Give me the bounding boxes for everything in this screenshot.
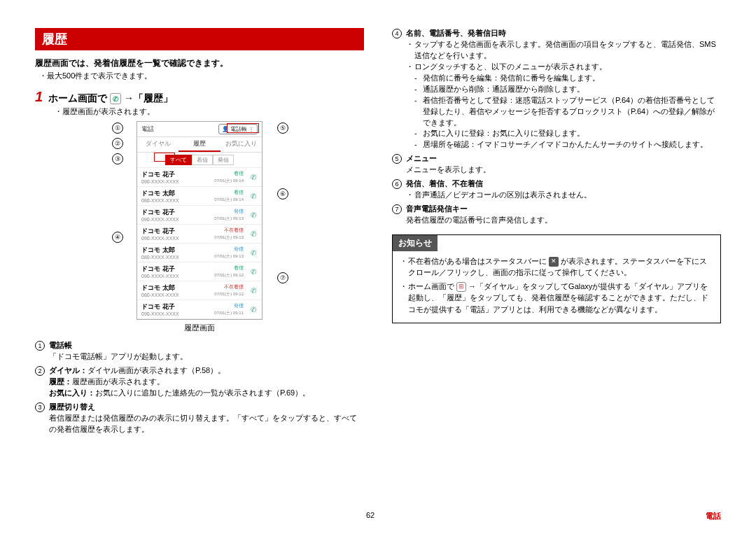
description-item: 1 電話帳「ドコモ電話帳」アプリが起動します。 [35,340,364,363]
call-time: 07/01(土) 09:13 [214,216,244,222]
desc-number: 7 [392,204,402,214]
callout-6: ⑥ [277,188,288,199]
history-row[interactable]: ドコモ 太郎 080-XXXX-XXXX 着信 07/01(土) 09:14 ✆ [137,187,262,206]
desc-number: 3 [35,402,45,412]
desc-body: ダイヤル：ダイヤル画面が表示されます（P.58）。履歴：履歴画面が表示されます。… [49,365,364,399]
page-columns: 履歴 履歴画面では、発着信履歴を一覧で確認できます。 ・最大500件まで表示でき… [35,28,721,438]
call-time: 07/01(土) 09:11 [214,310,244,316]
right-column: 4 名前、電話番号、発着信日時タップすると発信画面を表示します。発信画面の項目を… [392,28,721,438]
call-button[interactable]: ✆ [248,286,258,295]
history-row[interactable]: ドコモ 花子 090-XXXX-XXXX 着信 07/01(土) 09:12 ✆ [137,262,262,281]
desc-number: 4 [392,29,402,38]
description-item: 2 ダイヤル：ダイヤル画面が表示されます（P.58）。履歴：履歴画面が表示されま… [35,365,364,399]
footer-section: 電話 [706,511,721,521]
desc-body: 名前、電話番号、発着信日時タップすると発信画面を表示します。発信画面の項目をタッ… [406,28,721,150]
step-suffix: →「履歴」 [124,92,173,104]
notice-item: ホーム画面で ⊞ →「ダイヤル」をタップしてGalaxyが提供する「ダイヤル」ア… [400,281,713,316]
description-item: 6 発信、着信、不在着信音声通話／ビデオコールの区別は表示されません。 [392,178,721,201]
desc-body: メニューメニューを表示します。 [406,153,721,176]
step-1: 1 ホーム画面で ✆ →「履歴」 [35,90,364,105]
filter-all[interactable]: すべて [165,155,192,165]
call-type-tag: 不在着信 [224,283,244,290]
phone-header-title: 電話 [141,125,154,134]
callout-2: ② [112,138,123,149]
phone-caption: 履歴画面 [35,323,364,333]
history-row[interactable]: ドコモ 太郎 080-XXXX-XXXX 発信 07/01(土) 09:13 ✆ [137,244,262,262]
desc-body: 電話帳「ドコモ電話帳」アプリが起動します。 [49,340,364,363]
page-footer: 62 電話 [0,511,756,521]
notice-list: 不在着信がある場合はステータスバーに ✕ が表示されます。ステータスバーを下にス… [393,251,720,323]
description-item: 7 音声電話発信キー発着信履歴の電話番号に音声発信します。 [392,204,721,226]
tab-history[interactable]: 履歴 [178,137,220,152]
history-row[interactable]: ドコモ 太郎 080-XXXX-XXXX 不在着信 07/01(土) 09:12… [137,281,262,300]
description-item: 5 メニューメニューを表示します。 [392,153,721,176]
left-column: 履歴 履歴画面では、発着信履歴を一覧で確認できます。 ・最大500件まで表示でき… [35,28,364,438]
page-number: 62 [366,511,374,521]
call-type-tag: 着信 [234,170,244,177]
desc-body: 発信、着信、不在着信音声通話／ビデオコールの区別は表示されません。 [406,178,721,201]
call-time: 07/01(土) 09:13 [214,253,244,260]
step-sub-text: 履歴画面が表示されます。 [62,107,155,115]
phone-contacts-button[interactable]: 👤電話帳 ⋮ [218,124,258,134]
notice-box: お知らせ 不在着信がある場合はステータスバーに ✕ が表示されます。ステータスバ… [392,234,721,324]
phone-app-icon: ✆ [110,93,121,104]
call-button[interactable]: ✆ [248,191,258,201]
contacts-icon: 👤 [222,126,229,132]
description-item: 3 履歴切り替え着信履歴または発信履歴のみの表示に切り替えます。「すべて」をタッ… [35,402,364,435]
history-row[interactable]: ドコモ 花子 090-XXXX-XXXX 着信 07/01(土) 09:14 ✆ [137,168,262,187]
filter-incoming[interactable]: 着信 [192,155,213,165]
phone-header: 電話 👤電話帳 ⋮ [137,122,262,136]
filter-outgoing[interactable]: 発信 [213,155,234,165]
phone-screen: 電話 👤電話帳 ⋮ ダイヤル 履歴 お気に入り すべて 着信 発信 ドコモ 花子… [136,121,262,320]
call-button[interactable]: ✆ [248,229,258,239]
callout-1: ① [112,122,123,134]
call-time: 07/01(土) 09:14 [214,197,244,203]
callout-7: ⑦ [277,272,288,283]
history-row[interactable]: ドコモ 花子 090-XXXX-XXXX 発信 07/01(土) 09:13 ✆ [137,206,262,225]
call-type-tag: 着信 [234,189,244,196]
call-button[interactable]: ✆ [248,267,258,276]
tab-favorites[interactable]: お気に入り [220,137,262,152]
callout-3: ③ [112,153,123,164]
call-time: 07/01(土) 09:13 [214,234,244,241]
call-button[interactable]: ✆ [248,304,258,314]
call-button[interactable]: ✆ [248,172,258,182]
missed-call-icon: ✕ [549,257,559,267]
call-time: 07/01(土) 09:12 [214,272,244,279]
phone-mockup-wrap: ① ② ③ ④ ⑤ ⑥ ⑦ 電話 👤電話帳 ⋮ ダイヤル 履歴 お気に入り [35,121,364,320]
intro-headline: 履歴画面では、発着信履歴を一覧で確認できます。 [35,57,364,69]
desc-number: 2 [35,366,45,376]
phone-contacts-label: 電話帳 [230,125,247,133]
callout-5: ⑤ [277,122,288,134]
call-type-tag: 発信 [234,208,244,215]
step-sub: ・履歴画面が表示されます。 [55,106,364,117]
section-title: 履歴 [35,28,364,50]
notice-item: 不在着信がある場合はステータスバーに ✕ が表示されます。ステータスバーを下にス… [400,255,713,279]
desc-number: 6 [392,179,402,189]
desc-number: 1 [35,341,45,351]
desc-body: 履歴切り替え着信履歴または発信履歴のみの表示に切り替えます。「すべて」をタップす… [49,402,364,435]
history-row[interactable]: ドコモ 花子 090-XXXX-XXXX 発信 07/01(土) 09:11 ✆ [137,300,262,319]
menu-dots-icon: ⋮ [248,126,254,132]
call-time: 07/01(土) 09:14 [214,178,244,184]
call-type-tag: 発信 [234,246,244,253]
call-type-tag: 不在着信 [224,227,244,234]
call-button[interactable]: ✆ [248,210,258,220]
phone-tabs: ダイヤル 履歴 お気に入り [137,136,262,153]
history-row[interactable]: ドコモ 花子 090-XXXX-XXXX 不在着信 07/01(土) 09:13… [137,225,262,244]
call-button[interactable]: ✆ [248,248,258,258]
tab-dial[interactable]: ダイヤル [137,137,178,152]
step-text: ホーム画面で ✆ →「履歴」 [48,92,173,105]
desc-number: 5 [392,154,402,164]
call-type-tag: 着信 [234,265,244,272]
intro-sub-text: 最大500件まで表示できます。 [47,71,152,80]
step-number: 1 [35,90,43,104]
phone-history-list: ドコモ 花子 090-XXXX-XXXX 着信 07/01(土) 09:14 ✆… [137,168,262,319]
intro-sub: ・最大500件まで表示できます。 [39,71,364,81]
descriptions-right: 4 名前、電話番号、発着信日時タップすると発信画面を表示します。発信画面の項目を… [392,28,721,226]
callout-4: ④ [112,232,123,243]
call-time: 07/01(土) 09:12 [214,291,244,297]
apps-icon: ⊞ [456,282,466,292]
desc-body: 音声電話発信キー発着信履歴の電話番号に音声発信します。 [406,204,721,226]
step-prefix: ホーム画面で [48,92,107,104]
